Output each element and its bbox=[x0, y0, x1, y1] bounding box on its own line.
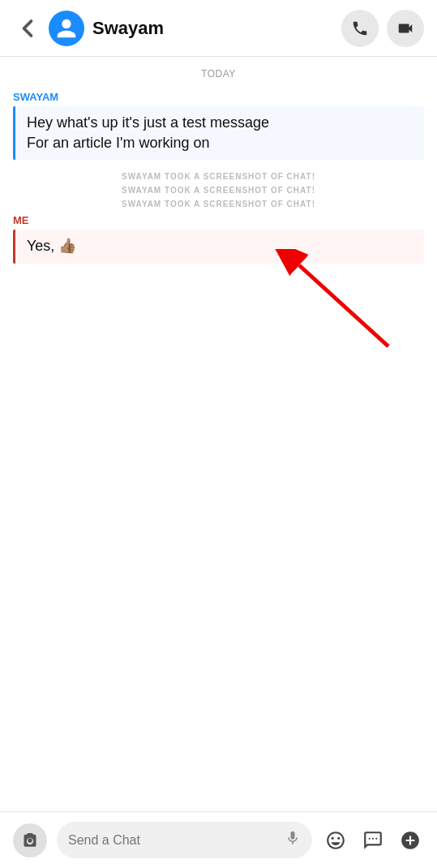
call-button[interactable] bbox=[341, 10, 379, 47]
chat-area: TODAY SWAYAM Hey what's up it's just a t… bbox=[0, 57, 437, 811]
screenshot-notices: SWAYAM TOOK A SCREENSHOT OF CHAT! SWAYAM… bbox=[0, 170, 437, 211]
screenshot-notice-3: SWAYAM TOOK A SCREENSHOT OF CHAT! bbox=[0, 197, 437, 211]
message-group-swayam: SWAYAM Hey what's up it's just a test me… bbox=[0, 88, 437, 170]
message-group-me: ME Yes, 👍🏽 bbox=[0, 211, 437, 273]
header-actions bbox=[341, 10, 424, 47]
date-label: TODAY bbox=[0, 57, 437, 88]
chat-input-container[interactable] bbox=[57, 822, 312, 858]
chat-input[interactable] bbox=[68, 833, 278, 848]
camera-button[interactable] bbox=[13, 823, 47, 857]
svg-rect-2 bbox=[369, 837, 371, 839]
sender-label-swayam: SWAYAM bbox=[0, 91, 437, 106]
mic-icon[interactable] bbox=[285, 830, 301, 850]
svg-rect-4 bbox=[375, 837, 377, 839]
svg-line-1 bbox=[299, 265, 388, 346]
message-bubble-me: Yes, 👍🏽 bbox=[13, 230, 424, 263]
sticker-button[interactable] bbox=[359, 827, 387, 854]
message-text-me: Yes, 👍🏽 bbox=[27, 238, 76, 254]
emoji-button[interactable] bbox=[322, 827, 349, 854]
message-bubble: Hey what's up it's just a test messageFo… bbox=[13, 106, 424, 160]
sender-label-me: ME bbox=[0, 214, 437, 230]
avatar bbox=[49, 11, 84, 46]
video-call-button[interactable] bbox=[387, 10, 424, 47]
back-button[interactable] bbox=[13, 14, 42, 43]
chat-header: Swayam bbox=[0, 0, 437, 57]
bottom-icons bbox=[322, 827, 424, 854]
screenshot-notice-2: SWAYAM TOOK A SCREENSHOT OF CHAT! bbox=[0, 183, 437, 197]
annotation-container bbox=[0, 273, 437, 379]
screenshot-notice-1: SWAYAM TOOK A SCREENSHOT OF CHAT! bbox=[0, 170, 437, 183]
bottom-bar bbox=[0, 811, 437, 868]
contact-name: Swayam bbox=[92, 18, 341, 39]
message-text: Hey what's up it's just a test messageFo… bbox=[27, 114, 269, 151]
svg-rect-3 bbox=[372, 837, 374, 839]
plus-button[interactable] bbox=[396, 827, 424, 854]
